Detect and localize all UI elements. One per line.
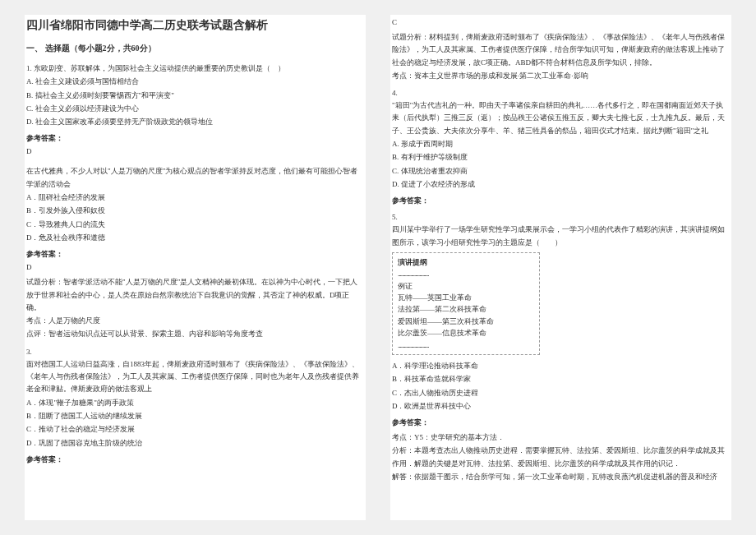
q3-ans: C xyxy=(392,18,730,26)
box-dots-1: .............................. xyxy=(398,268,534,279)
q3-stem: 面对德国工人运动日益高涨，自1883年起，俾斯麦政府适时颁布了《疾病保险法》、《… xyxy=(26,358,364,396)
q3-analysis: 试题分析：材料提到，俾斯麦政府适时颁布了《疾病保险法》、《事故保险法》、《老年人… xyxy=(392,31,730,69)
q1-c: C. 社会主义必须以经济建设为中心 xyxy=(26,103,364,115)
q2-kaodian: 考点：人是万物的尺度 xyxy=(26,315,364,327)
q2-c: C．导致雅典人口的流失 xyxy=(26,219,364,231)
q4-num: 4. xyxy=(392,89,730,97)
q1-a: A. 社会主义建设必须与国情相结合 xyxy=(26,76,364,88)
page-title: 四川省绵阳市同德中学高二历史联考试题含解析 xyxy=(26,18,364,33)
q5-c: C．杰出人物推动历史进程 xyxy=(392,387,730,399)
q3-d: D．巩固了德国容克地主阶级的统治 xyxy=(26,437,364,450)
q4-d: D. 促进了小农经济的形成 xyxy=(392,178,730,191)
q3-kaodian: 考点：资本主义世界市场的形成和发展·第二次工业革命·影响 xyxy=(392,70,730,82)
q3-num: 3. xyxy=(26,348,364,356)
right-column: C 试题分析：材料提到，俾斯麦政府适时颁布了《疾病保险法》、《事故保险法》、《老… xyxy=(390,15,731,520)
q2-dianping: 点评：智者运动知识点还可以从背景、探索主题、内容和影响等角度考查 xyxy=(26,328,364,340)
q2-stem: 在古代雅典，不少人对以"人是万物的尺度"为核心观点的智者学派持反对态度，他们最有… xyxy=(26,165,364,191)
q4-ref: 参考答案： xyxy=(392,196,730,206)
q2-a: A．阻碍社会经济的发展 xyxy=(26,191,364,204)
q3-ref: 参考答案： xyxy=(26,454,364,465)
q4-stem: "籍田"为古代吉礼的一种。即由天子率诸侯亲自耕田的典礼……各代多行之，即在国都南… xyxy=(392,99,730,137)
q5-analysis: 分析：本题考查杰出人物推动历史进程．需要掌握瓦特、法拉第、爱因斯坦、比尔盖茨的科… xyxy=(392,445,730,470)
box-sub: 例证 xyxy=(398,280,534,292)
q1-ans: D xyxy=(26,147,364,155)
q2-ref: 参考答案： xyxy=(26,249,364,260)
q2-ans: D xyxy=(26,263,364,271)
q4-c: C. 体现统治者重农抑商 xyxy=(392,165,730,178)
box-title: 演讲提纲 xyxy=(398,256,534,268)
box-line-1: 瓦特——英国工业革命 xyxy=(398,292,534,303)
q1-b: B. 搞社会主义必须时刻要警惕西方"和平演变" xyxy=(26,90,364,102)
q5-b: B．科技革命造就科学家 xyxy=(392,373,730,385)
q5-kaodian: 考点：Y5：史学研究的基本方法． xyxy=(392,431,730,444)
left-column: 四川省绵阳市同德中学高二历史联考试题含解析 一、 选择题（每小题2分，共60分）… xyxy=(25,15,366,520)
q5-d: D．欧洲是世界科技中心 xyxy=(392,400,730,413)
q3-c: C．推动了社会的稳定与经济发展 xyxy=(26,423,364,436)
q2-b: B．引发外族入侵和奴役 xyxy=(26,205,364,217)
q1-d: D. 社会主义国家改革必须要坚持无产阶级政党的领导地位 xyxy=(26,116,364,128)
q1-ref: 参考答案： xyxy=(26,133,364,144)
q3-b: B．阻断了德国工人运动的继续发展 xyxy=(26,410,364,422)
section-header: 一、 选择题（每小题2分，共60分） xyxy=(26,43,364,54)
presentation-box: 演讲提纲 .............................. 例证 瓦… xyxy=(392,252,540,355)
q1-stem: 1. 东欧剧变、苏联解体，为国际社会主义运动提供的最重要的历史教训是（ ） xyxy=(26,62,364,75)
box-line-2: 法拉第——第二次科技革命 xyxy=(398,303,534,315)
box-line-4: 比尔盖茨——信息技术革命 xyxy=(398,327,534,339)
q5-jieda: 解答：依据题干图示，结合所学可知，第一次工业革命时期，瓦特改良蒸汽机促进机器的普… xyxy=(392,471,730,483)
q4-a: A. 形成于西周时期 xyxy=(392,138,730,150)
q2-analysis: 试题分析：智者学派活动不能"人是万物的尺度"是人文精神的最初体现。在以神为中心时… xyxy=(26,276,364,314)
box-dots-2: .............................. xyxy=(398,339,534,351)
q2-d: D．危及社会秩序和道德 xyxy=(26,232,364,244)
q5-a: A．科学理论推动科技革命 xyxy=(392,360,730,372)
q3-a: A．体现"鞭子加糖果"的两手政策 xyxy=(26,397,364,409)
box-line-3: 爱因斯坦——第三次科技革命 xyxy=(398,316,534,327)
q5-stem: 四川某中学举行了一场学生研究性学习成果展示会，一学习小组的代表作了精彩的演讲，其… xyxy=(392,224,730,249)
q4-b: B. 有利于维护等级制度 xyxy=(392,151,730,164)
q5-num: 5. xyxy=(392,213,730,221)
q5-ref: 参考答案： xyxy=(392,417,730,428)
